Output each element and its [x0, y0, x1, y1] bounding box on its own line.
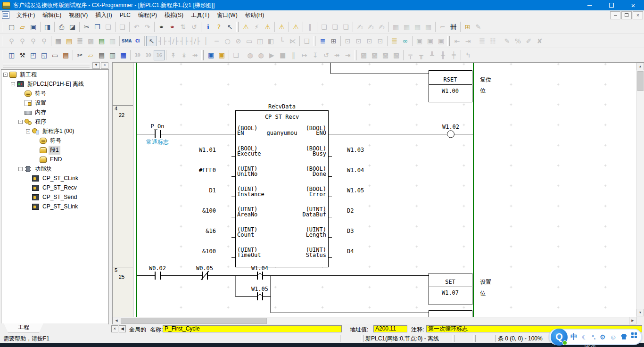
- close-button[interactable]: ×: [622, 0, 644, 10]
- tree-expander-icon[interactable]: -: [18, 167, 23, 171]
- print-icon[interactable]: ⎙: [56, 22, 67, 32]
- minimize-button[interactable]: [579, 0, 601, 10]
- symbol-bar-prev-button[interactable]: ◀: [119, 325, 126, 332]
- tree-item[interactable]: 内存: [1, 107, 108, 117]
- ladder-document-icon[interactable]: [2, 11, 9, 19]
- symbol-edit-icon[interactable]: ✂: [74, 50, 85, 60]
- symbol-name-field[interactable]: P_First_Cycle: [163, 325, 342, 332]
- tree-item[interactable]: CP_ST_CLink: [1, 174, 108, 183]
- horizontal-scrollbar[interactable]: ◀ ▶: [113, 317, 636, 324]
- tree-item[interactable]: -新PLC1[CP1H-E] 离线: [1, 79, 108, 89]
- memory-view-icon[interactable]: ▦: [118, 50, 129, 60]
- tree-item[interactable]: -功能块: [1, 164, 108, 174]
- tree-item[interactable]: -程序: [1, 117, 108, 126]
- replace-icon[interactable]: ⚭: [167, 22, 178, 32]
- build-tool-icon[interactable]: ⚒: [17, 50, 28, 60]
- address-reference-icon[interactable]: ▱: [85, 50, 96, 60]
- properties-icon[interactable]: ▤: [60, 50, 71, 60]
- ime-emoji-icon[interactable]: ☺: [610, 333, 617, 341]
- fb-instance-icon[interactable]: ☰: [389, 36, 400, 46]
- find-check-icon[interactable]: ⚠: [262, 22, 273, 32]
- ime-fullhalf-icon[interactable]: ☾: [582, 333, 588, 341]
- select-mode-icon[interactable]: ↖: [146, 36, 157, 46]
- cut-icon[interactable]: ✂: [81, 22, 92, 32]
- tree-item[interactable]: CP_ST_Send: [1, 192, 108, 202]
- tree-item[interactable]: 段1: [1, 145, 108, 155]
- watch-window-icon[interactable]: ◰: [28, 50, 39, 60]
- program-check-icon[interactable]: ⚠: [240, 22, 251, 32]
- workspace-grip[interactable]: [3, 64, 90, 67]
- ime-language-icon[interactable]: 中: [570, 332, 578, 341]
- windows-taskbar[interactable]: 14:28: [0, 343, 644, 347]
- about-icon[interactable]: ℹ: [203, 22, 214, 32]
- ime-toolbox-icon[interactable]: ⚙: [600, 333, 606, 341]
- print-preview-icon[interactable]: ◪: [67, 22, 78, 32]
- tree-item[interactable]: 设置: [1, 98, 108, 107]
- menu-insert[interactable]: 插入(I): [91, 10, 116, 20]
- tree-expander-icon[interactable]: -: [18, 120, 23, 124]
- cross-reference-icon[interactable]: ◱: [39, 50, 50, 60]
- child-close-button[interactable]: ×: [633, 11, 643, 19]
- ime-logo-icon[interactable]: Q: [551, 329, 568, 346]
- horizontal-scroll-thumb[interactable]: [121, 318, 267, 324]
- simulator-online-icon[interactable]: ▣: [216, 50, 227, 60]
- ime-skin-icon[interactable]: [621, 334, 627, 339]
- ime-punctuation-icon[interactable]: °,: [592, 334, 595, 340]
- ladder-canvas[interactable]: 4 22 5 25 RSET W1.00 复位 位: [113, 63, 636, 317]
- compile-icon[interactable]: ◨: [42, 22, 53, 32]
- tree-item[interactable]: END: [1, 155, 108, 164]
- transfer-check-icon[interactable]: ⚠: [290, 22, 301, 32]
- workspace-menu-button[interactable]: ▼: [92, 62, 100, 69]
- copy-icon[interactable]: ❐: [92, 22, 103, 32]
- fb-monitor-icon[interactable]: ∞: [400, 36, 411, 46]
- context-help-icon[interactable]: ↖: [224, 22, 235, 32]
- child-minimize-button[interactable]: [610, 11, 620, 19]
- menu-edit[interactable]: 编辑(E): [39, 10, 65, 20]
- vertical-scrollbar[interactable]: ▲ ▼: [636, 63, 644, 317]
- tree-expander-icon[interactable]: -: [26, 129, 30, 133]
- comment-box-icon[interactable]: ▤: [64, 36, 74, 46]
- smart-input-icon[interactable]: SMA: [121, 36, 132, 46]
- menu-program[interactable]: 编程(P): [134, 10, 161, 20]
- tree-item[interactable]: CP_ST_SLink: [1, 202, 108, 211]
- set-instruction[interactable]: SET W1.07: [429, 273, 472, 305]
- clipboard-view-icon[interactable]: ▤: [96, 50, 107, 60]
- symbol-address-field[interactable]: A200.11: [373, 325, 407, 332]
- fb-library-icon[interactable]: ≣: [317, 36, 328, 46]
- child-restore-button[interactable]: [621, 11, 632, 19]
- tree-item[interactable]: 符号: [1, 89, 108, 98]
- scroll-down-button[interactable]: ▼: [636, 309, 644, 316]
- scroll-up-button[interactable]: ▲: [636, 63, 644, 70]
- symbol-bar-close-button[interactable]: ×: [111, 325, 118, 332]
- menu-help[interactable]: 帮助(H): [241, 10, 268, 20]
- tree-expander-icon[interactable]: -: [3, 73, 8, 77]
- output-window-icon[interactable]: ▭: [50, 50, 60, 60]
- ci-view-icon[interactable]: CI: [132, 36, 143, 46]
- new-icon[interactable]: ▢: [6, 22, 17, 32]
- tree-expander-icon[interactable]: -: [11, 82, 15, 86]
- tree-item[interactable]: -新程序1 (00): [1, 126, 108, 136]
- menu-plc[interactable]: PLC: [116, 11, 134, 19]
- fb-insert-icon[interactable]: ⊞: [328, 36, 339, 46]
- symbol-bar-icon[interactable]: ▤: [96, 36, 107, 46]
- menu-view[interactable]: 视图(V): [65, 10, 91, 20]
- menu-window[interactable]: 窗口(W): [213, 10, 241, 20]
- scroll-right-button[interactable]: ▶: [629, 317, 636, 324]
- work-online-icon[interactable]: ▣: [206, 50, 216, 60]
- vertical-scroll-thumb[interactable]: [637, 71, 644, 91]
- rung-list-icon[interactable]: ☰: [74, 36, 85, 46]
- window-layout-icon[interactable]: ◫: [6, 50, 17, 60]
- menu-simulation[interactable]: 模拟(S): [161, 10, 187, 20]
- restore-button[interactable]: [601, 0, 622, 10]
- grid-icon[interactable]: ▦: [53, 36, 64, 46]
- tab-project[interactable]: 工程: [4, 323, 43, 332]
- tree-item[interactable]: CP_ST_Recv: [1, 183, 108, 192]
- workspace-close-button[interactable]: ×: [101, 62, 108, 69]
- tree-item[interactable]: -新工程: [1, 70, 108, 79]
- menu-file[interactable]: 文件(F): [13, 10, 39, 20]
- scroll-left-button[interactable]: ◀: [113, 317, 120, 324]
- ime-apps-icon[interactable]: [631, 332, 634, 335]
- save-icon[interactable]: ▣: [28, 22, 39, 32]
- io-table-icon[interactable]: ▥: [107, 50, 118, 60]
- find-icon[interactable]: ⚭: [156, 22, 167, 32]
